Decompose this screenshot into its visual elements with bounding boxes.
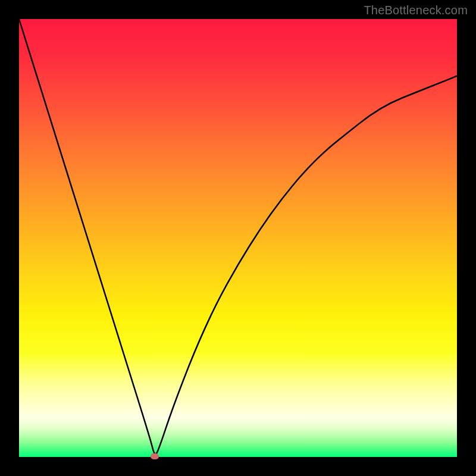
bottleneck-curve	[19, 19, 457, 457]
watermark-text: TheBottleneck.com	[364, 4, 468, 17]
optimal-point-marker	[151, 453, 159, 459]
chart-frame: TheBottleneck.com	[0, 0, 476, 476]
plot-area	[19, 19, 457, 457]
